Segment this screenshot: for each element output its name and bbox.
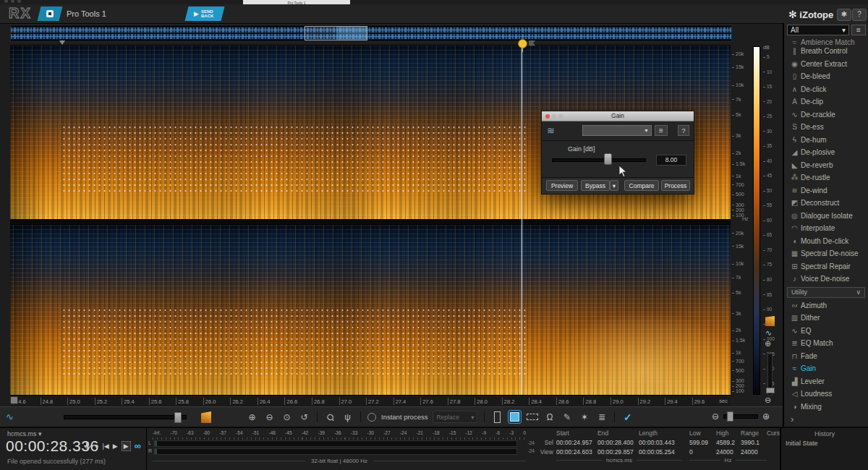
window-control-dot[interactable] [4, 0, 8, 3]
vertical-zoom-slider[interactable] [767, 354, 773, 396]
file-menu[interactable]: hcmcs.ms ▾ [7, 430, 42, 437]
module-list-view-button[interactable]: ≡ [851, 25, 866, 35]
spectrogram-view-icon[interactable] [765, 316, 775, 326]
vertical-zoom-thumb[interactable] [766, 388, 775, 393]
play-selection-icon[interactable]: ▶ [122, 441, 131, 451]
left-peak-readout[interactable]: -24 [528, 440, 535, 445]
bypass-caret-button[interactable]: ▾ [610, 180, 618, 191]
zoom-window-icon[interactable] [558, 114, 563, 119]
overview-view-rect[interactable] [305, 26, 367, 40]
module-item[interactable]: ⊓ Fade [784, 350, 868, 363]
module-item[interactable]: ◎ Dialogue Isolate [784, 210, 868, 223]
brush-selection-tool[interactable]: ✎ [561, 411, 573, 423]
horizontal-zoom-out-icon[interactable]: ⊖ [712, 411, 719, 422]
module-item[interactable]: S De-ess [784, 121, 868, 134]
module-item[interactable]: ∧ De-click [784, 83, 868, 96]
module-item[interactable]: ◢ De-plosive [784, 146, 868, 159]
help-button[interactable]: ? [852, 9, 867, 21]
lasso-selection-tool[interactable]: Ω [543, 411, 556, 423]
record-mic-icon[interactable] [84, 442, 91, 451]
time-ruler[interactable]: 24.624.825.025.225.425.625.826.026.226.4… [10, 395, 731, 406]
wave-spectrogram-blend-slider[interactable] [64, 415, 187, 419]
playhead-line[interactable] [522, 45, 522, 395]
return-to-start-icon[interactable]: |◀ [102, 442, 109, 450]
selection-region-right-channel[interactable] [61, 307, 529, 377]
module-item[interactable]: ∾ Azimuth [784, 299, 868, 312]
module-item[interactable]: ▦ Spectral De-noise [784, 247, 868, 260]
gain-help-button[interactable]: ? [678, 125, 689, 136]
preset-dropdown[interactable]: ▼ [582, 125, 652, 136]
frequency-selection-tool[interactable] [526, 411, 538, 423]
history-entry[interactable]: Initial State [786, 440, 868, 447]
module-item[interactable]: ◑ Mixing [784, 401, 868, 414]
record-icon[interactable]: ● [95, 442, 98, 450]
right-peak-readout[interactable]: -24 [528, 448, 535, 453]
module-item[interactable]: ∿ De-crackle [784, 108, 868, 121]
zoom-out-button[interactable]: ⊖ [263, 411, 276, 423]
module-item[interactable]: ♪ Voice De-noise [784, 273, 868, 286]
playhead-marker[interactable] [518, 39, 527, 48]
preset-menu-button[interactable]: ≡ [655, 125, 668, 136]
module-item[interactable]: ϟ De-hum [784, 134, 868, 147]
instant-process-radio[interactable] [367, 413, 376, 422]
vertical-zoom-in-icon[interactable]: ⊕ [765, 340, 771, 348]
module-filter-dropdown[interactable]: All▾ [787, 25, 849, 35]
vertical-zoom-out-icon[interactable]: ⊖ [765, 396, 771, 404]
bypass-button[interactable]: Bypass [581, 180, 610, 191]
module-item[interactable]: ≈ Gain [784, 362, 868, 375]
play-icon[interactable]: ▶ [113, 442, 118, 450]
grab-hand-tool[interactable]: ψ [341, 411, 354, 423]
module-item[interactable]: ∿ EQ [784, 325, 868, 338]
harmonic-selection-tool[interactable]: ≣ [595, 411, 608, 423]
module-item[interactable]: ◁ Loudness [784, 388, 868, 401]
gain-slider-thumb[interactable] [604, 153, 612, 165]
module-item[interactable]: ▯ De-bleed [784, 70, 868, 83]
compare-button[interactable]: Compare [624, 180, 659, 191]
send-back-button[interactable]: ▶ SEND BACK [185, 7, 225, 21]
preview-button[interactable]: Preview [546, 180, 578, 191]
loop-icon[interactable]: ∞ [135, 443, 141, 450]
time-selection-tool[interactable] [491, 411, 503, 423]
waveform-view-icon[interactable]: ∿ [765, 329, 772, 337]
module-item[interactable]: ◣ De-reverb [784, 159, 868, 172]
zoom-in-button[interactable]: ⊕ [246, 411, 258, 423]
tab-label[interactable]: Pro Tools 1 [67, 9, 106, 18]
settings-gear-icon[interactable]: ✱ [837, 9, 851, 21]
process-button[interactable]: Process [661, 180, 690, 191]
waveform-overview-bar[interactable] [10, 25, 732, 42]
selection-start-marker[interactable] [59, 40, 65, 45]
window-control-dot[interactable] [17, 0, 21, 3]
module-item[interactable]: ∥ Breath Control [784, 45, 868, 58]
horizontal-zoom-thumb[interactable] [727, 411, 733, 422]
module-item[interactable]: ⊞ Spectral Repair [784, 260, 868, 273]
ruler-scroll-nub[interactable] [10, 396, 18, 404]
gain-dialog-titlebar[interactable]: Gain [542, 111, 694, 121]
gain-value-field[interactable]: 8.00 [656, 155, 686, 166]
module-item[interactable]: ≈ Ambience Match [784, 39, 868, 45]
module-item[interactable]: ◉ Center Extract [784, 58, 868, 71]
utility-section-header[interactable]: Utility∨ [787, 287, 865, 298]
module-item[interactable]: ⁂ De-rustle [784, 171, 868, 184]
waveform-blend-icon[interactable]: ∿ [6, 411, 14, 422]
magic-wand-tool[interactable]: ✶ [578, 411, 590, 423]
module-item[interactable]: ◩ Deconstruct [784, 197, 868, 210]
gain-slider[interactable] [552, 158, 646, 162]
module-item[interactable]: A De-clip [784, 95, 868, 108]
module-item[interactable]: ◖ Mouth De-click [784, 235, 868, 248]
session-tab[interactable] [38, 7, 63, 21]
horizontal-zoom-in-icon[interactable]: ⊕ [762, 411, 770, 422]
module-item[interactable]: ≣ EQ Match [784, 337, 868, 350]
window-control-dot[interactable] [11, 0, 14, 3]
time-frequency-selection-tool[interactable] [509, 411, 521, 423]
spectrogram-amplitude-colorbar[interactable] [753, 46, 760, 395]
module-item[interactable]: ▟ Leveler [784, 375, 868, 388]
blend-slider-thumb[interactable] [174, 412, 182, 423]
minimize-icon[interactable] [552, 114, 556, 119]
instant-process-mode-dropdown[interactable]: Replace▾ [433, 411, 477, 423]
zoom-selection-button[interactable]: ⊙ [281, 411, 293, 423]
module-item[interactable]: ▥ Dither [784, 312, 868, 325]
zoom-fit-button[interactable]: ↺ [298, 411, 310, 423]
panel-expand-chevron[interactable]: › [791, 415, 793, 424]
spectrogram-blend-icon[interactable] [201, 411, 211, 423]
module-item[interactable]: ◠ Interpolate [784, 222, 868, 235]
